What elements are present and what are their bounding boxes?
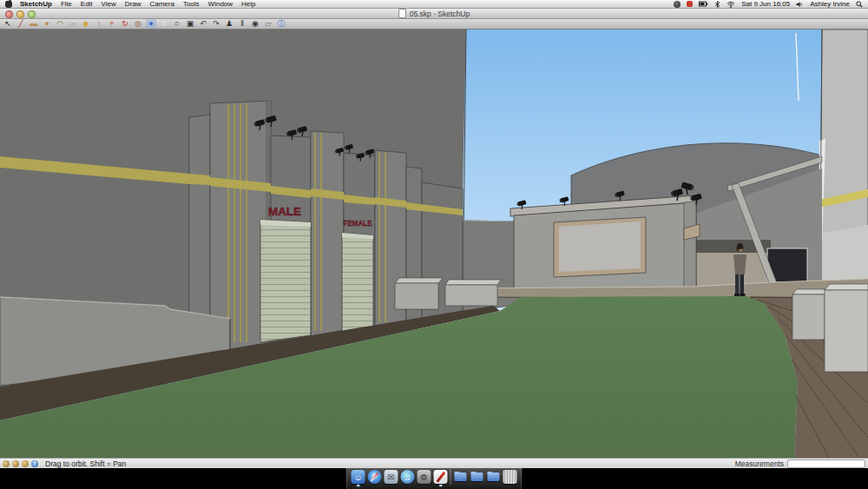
dock-icon-mail[interactable]: ✉ [385, 470, 398, 484]
bluetooth-icon[interactable] [714, 1, 720, 8]
menu-items: FileEditViewDrawCameraToolsWindowHelp [61, 0, 265, 8]
previous-view-tool[interactable]: ↶ [198, 19, 208, 29]
look-around-tool[interactable]: ◉ [250, 19, 260, 29]
zoom-tool[interactable]: ○ [172, 19, 182, 29]
menu-app-name[interactable]: SketchUp [20, 0, 52, 8]
line-tool[interactable]: ╱ [16, 19, 26, 29]
dock-separator [450, 469, 451, 485]
dock-icon-trash[interactable] [503, 470, 517, 484]
stage-pillar [684, 202, 696, 290]
status-bar: ? Drag to orbit. Shift = Pan Measurement… [0, 458, 868, 468]
window-title-bar[interactable]: 05.skp - SketchUp [0, 9, 868, 19]
position-camera-tool[interactable]: ♟ [224, 19, 234, 29]
male-door [260, 220, 311, 342]
dock-icon-system-preferences[interactable]: ⚙ [418, 470, 431, 484]
measurements-input[interactable] [787, 459, 865, 468]
running-indicator [357, 485, 359, 487]
rotate-tool[interactable]: ↻ [120, 19, 130, 29]
dock-icon-folder-3[interactable] [487, 470, 501, 484]
menu-item-view[interactable]: View [102, 0, 116, 8]
user-menu[interactable]: Ashley Irvine [810, 0, 850, 8]
spotlight-icon[interactable] [856, 1, 863, 8]
status-icon-3[interactable] [22, 460, 29, 467]
male-sign: MALE [268, 206, 301, 218]
battery-icon[interactable] [699, 1, 708, 7]
eraser-tool[interactable]: ▰ [68, 19, 78, 29]
status-icon-2[interactable] [12, 460, 19, 467]
running-indicator [439, 485, 442, 487]
dock-icon-folder-2[interactable] [470, 470, 484, 484]
female-sign: FEMALE [344, 218, 372, 228]
help-icon[interactable]: ? [31, 460, 38, 467]
dock-icon-itunes[interactable]: ♫ [401, 470, 415, 484]
menu-extras: Sat 9 Jun 16:05 Ashley Irvine [674, 0, 863, 8]
orbit-tool[interactable]: ● [146, 19, 156, 29]
menu-item-window[interactable]: Window [208, 0, 233, 8]
dock: ☺✉♫⚙ [346, 466, 523, 489]
menu-item-tools[interactable]: Tools [183, 0, 200, 8]
dock-icon-safari[interactable] [368, 470, 382, 484]
dock-icon-finder[interactable]: ☺ [352, 470, 365, 484]
menu-item-camera[interactable]: Camera [149, 0, 174, 8]
status-icon-1[interactable] [3, 460, 10, 467]
push-pull-tool[interactable]: ↑ [94, 19, 104, 29]
zoom-extents-tool[interactable]: ▣ [185, 19, 195, 29]
menu-clock[interactable]: Sat 9 Jun 16:05 [741, 0, 790, 8]
model-viewport[interactable]: MALE FEMALE [0, 30, 868, 458]
window-title-text: 05.skp - SketchUp [410, 10, 470, 18]
menu-item-draw[interactable]: Draw [125, 0, 141, 8]
offset-tool[interactable]: ◎ [133, 19, 143, 29]
section-plane-tool[interactable]: ▱ [263, 19, 273, 29]
time-machine-icon[interactable] [674, 1, 681, 8]
arc-tool[interactable]: ◠ [55, 19, 65, 29]
document-icon [398, 9, 406, 18]
stage-screen [554, 217, 646, 277]
window-title: 05.skp - SketchUp [0, 9, 868, 18]
desktop-bottom: ☺✉♫⚙ [0, 468, 868, 489]
walk-tool[interactable]: ‖ [237, 19, 247, 29]
paint-bucket-tool[interactable]: ◆ [81, 19, 91, 29]
wifi-icon[interactable] [727, 1, 735, 8]
status-hint: Drag to orbit. Shift = Pan [45, 459, 126, 468]
menu-bar: SketchUp FileEditViewDrawCameraToolsWind… [0, 0, 868, 9]
volume-icon[interactable] [796, 1, 804, 8]
dock-icon-sketchup[interactable] [434, 470, 448, 484]
sketchup-toolbar: ↖╱▬●◠▰◆↑+↻◎●○○▣↶↷♟‖◉▱ⓘ [0, 18, 868, 30]
menu-item-file[interactable]: File [61, 0, 72, 8]
apple-icon[interactable] [5, 1, 12, 8]
measurements-label: Measurements [735, 459, 784, 468]
select-tool[interactable]: ↖ [3, 19, 13, 29]
recording-status-icon[interactable] [687, 1, 693, 7]
rectangle-tool[interactable]: ▬ [29, 19, 39, 29]
scene-canvas[interactable]: MALE FEMALE [0, 30, 868, 458]
next-view-tool[interactable]: ↷ [211, 19, 221, 29]
circle-tool[interactable]: ● [42, 19, 52, 29]
menu-item-help[interactable]: Help [241, 0, 255, 8]
menu-item-edit[interactable]: Edit [81, 0, 93, 8]
model-info-tool[interactable]: ⓘ [276, 19, 286, 29]
female-door [342, 233, 373, 334]
move-tool[interactable]: + [107, 19, 117, 29]
dock-icon-folder-1[interactable] [454, 470, 468, 484]
pan-tool[interactable]: ○ [159, 19, 169, 29]
